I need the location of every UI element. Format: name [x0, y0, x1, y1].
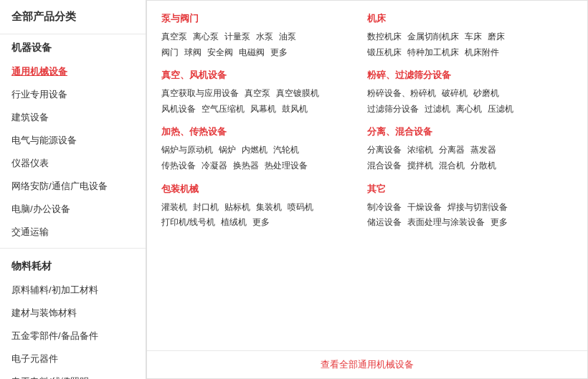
section1-title: 机器设备	[0, 34, 146, 60]
category-item[interactable]: 电磁阀	[239, 45, 265, 61]
category-item[interactable]: 砂磨机	[473, 86, 499, 102]
view-all-link[interactable]: 查看全部通用机械设备	[321, 359, 414, 370]
category-item[interactable]: 封口机	[193, 200, 219, 216]
category-row: 制冷设备干燥设备焊接与切割设备	[367, 200, 573, 216]
sidebar-item[interactable]: 建材与装饰材料	[0, 302, 146, 325]
category-item[interactable]: 车床	[465, 29, 482, 45]
category-item[interactable]: 更多	[490, 215, 508, 231]
category-item[interactable]: 计量泵	[224, 29, 250, 45]
category-item[interactable]: 阀门	[161, 45, 179, 61]
category-item[interactable]: 锅炉	[219, 143, 236, 158]
category-item[interactable]: 内燃机	[242, 143, 267, 158]
category-item[interactable]: 风机设备	[161, 102, 196, 117]
sidebar-item[interactable]: 电脑/办公设备	[0, 198, 146, 221]
category-item[interactable]: 鼓风机	[282, 102, 308, 117]
category-item[interactable]: 油泵	[279, 29, 296, 45]
sidebar-divider	[0, 248, 146, 249]
category-item[interactable]: 金属切削机床	[407, 29, 459, 45]
sidebar-item[interactable]: 建筑设备	[0, 106, 146, 129]
category-title-powder[interactable]: 粉碎、过滤筛分设备	[367, 69, 573, 82]
category-item[interactable]: 离心泵	[193, 29, 219, 45]
category-item[interactable]: 热处理设备	[265, 158, 308, 174]
category-section-packaging: 包装机械灌装机封口机贴标机集装机喷码机打印机/线号机植绒机更多	[161, 183, 367, 239]
category-item[interactable]: 空气压缩机	[201, 102, 245, 117]
category-item[interactable]: 搅拌机	[407, 158, 433, 174]
category-item[interactable]: 储运设备	[367, 215, 402, 231]
category-item[interactable]: 分离器	[439, 143, 465, 158]
category-item[interactable]: 水泵	[256, 29, 273, 45]
section2-title: 物料耗材	[0, 253, 146, 279]
category-item[interactable]: 机床附件	[465, 45, 499, 61]
category-item[interactable]: 风幕机	[250, 102, 276, 117]
sidebar-item[interactable]: 电工电料/线缆照明	[0, 370, 146, 379]
category-row: 真空泵离心泵计量泵水泵油泵	[161, 29, 367, 45]
category-item[interactable]: 集装机	[256, 200, 282, 216]
sidebar-item[interactable]: 原料辅料/初加工材料	[0, 279, 146, 302]
category-section-machine-tools: 机床数控机床金属切削机床车床磨床锻压机床特种加工机床机床附件	[367, 12, 573, 69]
category-item[interactable]: 植绒机	[221, 215, 247, 231]
category-item[interactable]: 灌装机	[161, 200, 187, 216]
category-item[interactable]: 真空泵	[161, 29, 187, 45]
sidebar-item[interactable]: 电子元器件	[0, 347, 146, 370]
category-item[interactable]: 贴标机	[224, 200, 250, 216]
category-item[interactable]: 真空镀膜机	[276, 86, 319, 102]
category-section-other: 其它制冷设备干燥设备焊接与切割设备储运设备表面处理与涂装设备更多	[367, 183, 573, 239]
sidebar-item[interactable]: 仪器仪表	[0, 152, 146, 175]
category-item[interactable]: 制冷设备	[367, 200, 402, 216]
category-row: 混合设备搅拌机混合机分散机	[367, 158, 573, 174]
category-row: 过滤筛分设备过滤机离心机压滤机	[367, 102, 573, 117]
sidebar-item[interactable]: 网络安防/通信广电设备	[0, 175, 146, 198]
category-title-packaging[interactable]: 包装机械	[161, 183, 367, 196]
category-item[interactable]: 表面处理与涂装设备	[407, 215, 485, 231]
category-item[interactable]: 磨床	[488, 29, 505, 45]
category-section-separation: 分离、混合设备分离设备浓缩机分离器蒸发器混合设备搅拌机混合机分散机	[367, 125, 573, 182]
category-item[interactable]: 锅炉与原动机	[161, 143, 213, 158]
category-title-vacuum[interactable]: 真空、风机设备	[161, 69, 367, 82]
category-item[interactable]: 过滤机	[425, 102, 450, 117]
category-item[interactable]: 真空泵	[245, 86, 270, 102]
sidebar-item[interactable]: 电气与能源设备	[0, 129, 146, 152]
sidebar-item[interactable]: 五金零部件/备品备件	[0, 325, 146, 347]
category-section-vacuum: 真空、风机设备真空获取与应用设备真空泵真空镀膜机风机设备空气压缩机风幕机鼓风机	[161, 69, 367, 125]
sidebar-item[interactable]: 行业专用设备	[0, 83, 146, 106]
category-item[interactable]: 压滤机	[488, 102, 513, 117]
category-item[interactable]: 打印机/线号机	[161, 215, 215, 231]
category-item[interactable]: 离心机	[456, 102, 482, 117]
category-item[interactable]: 混合机	[439, 158, 465, 174]
dropdown-panel: 泵与阀门真空泵离心泵计量泵水泵油泵阀门球阀安全阀电磁阀更多机床数控机床金属切削机…	[146, 0, 588, 379]
category-row: 传热设备冷凝器换热器热处理设备	[161, 158, 367, 174]
category-item[interactable]: 更多	[252, 215, 270, 231]
category-item[interactable]: 混合设备	[367, 158, 402, 174]
category-item[interactable]: 分散机	[470, 158, 496, 174]
category-title-other[interactable]: 其它	[367, 183, 573, 196]
category-item[interactable]: 喷码机	[288, 200, 313, 216]
category-row: 分离设备浓缩机分离器蒸发器	[367, 143, 573, 158]
category-item[interactable]: 过滤筛分设备	[367, 102, 419, 117]
category-item[interactable]: 数控机床	[367, 29, 402, 45]
category-item[interactable]: 蒸发器	[470, 143, 496, 158]
category-item[interactable]: 锻压机床	[367, 45, 402, 61]
category-item[interactable]: 传热设备	[161, 158, 196, 174]
category-item[interactable]: 冷凝器	[201, 158, 227, 174]
category-item[interactable]: 干燥设备	[407, 200, 442, 216]
category-item[interactable]: 特种加工机床	[407, 45, 459, 61]
category-item[interactable]: 粉碎设备、粉碎机	[367, 86, 436, 102]
category-item[interactable]: 换热器	[233, 158, 259, 174]
category-item[interactable]: 真空获取与应用设备	[161, 86, 239, 102]
category-item[interactable]: 焊接与切割设备	[447, 200, 508, 216]
category-item[interactable]: 安全阀	[207, 45, 233, 61]
category-title-heating[interactable]: 加热、传热设备	[161, 125, 367, 138]
category-item[interactable]: 分离设备	[367, 143, 402, 158]
category-item[interactable]: 球阀	[184, 45, 201, 61]
category-item[interactable]: 更多	[270, 45, 288, 61]
category-title-separation[interactable]: 分离、混合设备	[367, 125, 573, 138]
category-title-machine-tools[interactable]: 机床	[367, 12, 573, 25]
category-item[interactable]: 汽轮机	[273, 143, 299, 158]
category-row: 数控机床金属切削机床车床磨床	[367, 29, 573, 45]
sidebar-section1: 通用机械设备行业专用设备建筑设备电气与能源设备仪器仪表网络安防/通信广电设备电脑…	[0, 60, 146, 244]
sidebar-item[interactable]: 通用机械设备	[0, 60, 146, 83]
category-item[interactable]: 破碎机	[442, 86, 468, 102]
category-title-pumps[interactable]: 泵与阀门	[161, 12, 367, 25]
category-item[interactable]: 浓缩机	[407, 143, 433, 158]
sidebar-item[interactable]: 交通运输	[0, 221, 146, 244]
